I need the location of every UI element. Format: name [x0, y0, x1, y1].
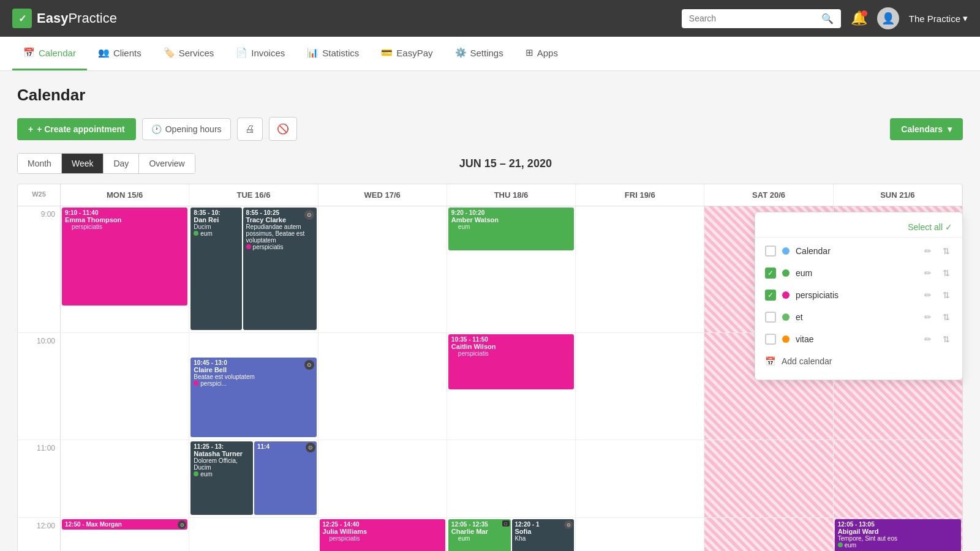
- wed-cell-10[interactable]: [318, 333, 447, 440]
- nav-invoices[interactable]: 📄 Invoices: [225, 37, 296, 70]
- view-overview-button[interactable]: Overview: [139, 154, 194, 173]
- add-calendar-label: Add calendar: [782, 356, 832, 366]
- appt-tracy-clarke[interactable]: ⊙ 8:55 - 10:25 Tracy Clarke Repudiandae …: [243, 208, 317, 330]
- time-row-11: 11:00 11:25 - 13: Natasha Turner Dolorem…: [18, 440, 962, 518]
- cal-dot-perspiciatis: [782, 291, 790, 299]
- mon-cell-9[interactable]: 9:10 - 11:40 Emma Thompson perspiciatis: [61, 206, 189, 332]
- calendars-button[interactable]: Calendars ▾: [890, 118, 963, 140]
- sat-header[interactable]: SAT 20/6: [704, 184, 833, 206]
- wed-cell-11[interactable]: [318, 440, 447, 517]
- cal-checkbox-calendar[interactable]: [765, 246, 776, 257]
- logo[interactable]: ✓ EasyPractice: [12, 9, 117, 28]
- nav-apps[interactable]: ⊞ Apps: [514, 37, 569, 70]
- cal-reorder-eum[interactable]: ⇅: [940, 267, 952, 279]
- cal-reorder-vitae[interactable]: ⇅: [940, 333, 952, 345]
- thu-cell-11[interactable]: [447, 440, 576, 517]
- page-title: Calendar: [17, 86, 963, 105]
- tue-cell-12[interactable]: [189, 518, 318, 551]
- add-calendar-row[interactable]: 📅 Add calendar: [755, 350, 962, 372]
- appt-amber-watson[interactable]: 9:20 - 10:20 Amber Watson eum: [448, 208, 574, 250]
- appt-dan-rei[interactable]: 8:35 - 10: Dan Rei Ducim eum: [190, 208, 241, 330]
- cal-edit-calendar[interactable]: ✏: [922, 245, 934, 257]
- sun-header[interactable]: SUN 21/6: [834, 184, 962, 206]
- search-bar[interactable]: 🔍: [682, 9, 841, 28]
- week-header: W25: [18, 184, 61, 206]
- appt-tue-11b[interactable]: ⊙ 11:4: [254, 441, 317, 515]
- mon-cell-10[interactable]: [61, 333, 189, 440]
- appt-charlie-martin[interactable]: □ 12:05 - 12:35 Charlie Mar eum: [448, 519, 511, 551]
- page-content: Calendar + + Create appointment 🕐 Openin…: [0, 71, 980, 551]
- sat-cell-11[interactable]: [704, 440, 833, 517]
- sat-cell-12[interactable]: [704, 518, 833, 551]
- view-day-button[interactable]: Day: [104, 154, 139, 173]
- appt-caitlin-wilson[interactable]: 10:35 - 11:50 Caitlin Wilson perspiciati…: [448, 334, 574, 389]
- cal-checkbox-eum[interactable]: ✓: [765, 268, 776, 279]
- appt-julia-williams[interactable]: 12:25 - 14:40 Julia Williams perspiciati…: [320, 519, 445, 551]
- cal-edit-et[interactable]: ✏: [922, 311, 934, 323]
- sun-cell-11[interactable]: [834, 440, 962, 517]
- mon-cell-11[interactable]: [61, 440, 189, 517]
- create-appointment-button[interactable]: + + Create appointment: [17, 118, 136, 140]
- fri-cell-10[interactable]: [576, 333, 704, 440]
- notifications-button[interactable]: 🔔: [851, 10, 867, 26]
- appt-service: perspiciatis: [65, 223, 184, 230]
- thu-header[interactable]: THU 18/6: [447, 184, 576, 206]
- cal-dot-vitae: [782, 335, 790, 343]
- wed-cell-9[interactable]: [318, 206, 447, 332]
- appt-abigail-ward[interactable]: 12:05 - 13:05 Abigail Ward Tempore, Sint…: [835, 519, 961, 551]
- thu-cell-10[interactable]: 10:35 - 11:50 Caitlin Wilson perspiciati…: [447, 333, 576, 440]
- cal-edit-eum[interactable]: ✏: [922, 267, 934, 279]
- cal-label-perspiciatis: perspiciatis: [796, 290, 916, 300]
- nav-easypay[interactable]: 💳 EasyPay: [370, 37, 443, 70]
- nav-services[interactable]: 🏷️ Services: [153, 37, 225, 70]
- view-row: Month Week Day Overview JUN 15 – 21, 202…: [17, 153, 963, 174]
- tue-cell-11[interactable]: 11:25 - 13: Natasha Turner Dolorem Offic…: [189, 440, 318, 517]
- fri-cell-9[interactable]: [576, 206, 704, 332]
- nav-statistics[interactable]: 📊 Statistics: [296, 37, 370, 70]
- calendar-row-calendar[interactable]: Calendar ✏ ⇅: [755, 240, 962, 262]
- fri-header[interactable]: FRI 19/6: [576, 184, 704, 206]
- practice-menu-button[interactable]: The Practice ▾: [909, 13, 968, 24]
- search-input[interactable]: [689, 13, 816, 23]
- cal-checkbox-et[interactable]: [765, 312, 776, 323]
- nav-calendar[interactable]: 📅 Calendar: [12, 37, 87, 70]
- cal-edit-perspiciatis[interactable]: ✏: [922, 289, 934, 301]
- appt-claire-bell[interactable]: ⊙ 10:45 - 13:0 Claire Bell Beatae est vo…: [190, 358, 316, 437]
- wed-header[interactable]: WED 17/6: [318, 184, 447, 206]
- nav-settings[interactable]: ⚙️ Settings: [444, 37, 514, 70]
- nav-clients[interactable]: 👥 Clients: [87, 37, 153, 70]
- fri-cell-12[interactable]: [576, 518, 704, 551]
- nav-apps-label: Apps: [537, 48, 558, 58]
- search-icon: 🔍: [821, 13, 834, 24]
- appt-sofia-khan[interactable]: ⊙ 12:20 - 1 Sofia Kha: [512, 519, 575, 551]
- sun-cell-12[interactable]: 12:05 - 13:05 Abigail Ward Tempore, Sint…: [834, 518, 962, 551]
- cal-reorder-et[interactable]: ⇅: [940, 311, 952, 323]
- appt-natasha-turner[interactable]: 11:25 - 13: Natasha Turner Dolorem Offic…: [190, 441, 253, 515]
- calendar-row-et[interactable]: et ✏ ⇅: [755, 306, 962, 328]
- mon-cell-12[interactable]: 12:50 - Max Morgan ⊙: [61, 518, 189, 551]
- calendar-row-perspiciatis[interactable]: ✓ perspiciatis ✏ ⇅: [755, 284, 962, 306]
- opening-hours-button[interactable]: 🕐 Opening hours: [142, 118, 231, 140]
- fri-cell-11[interactable]: [576, 440, 704, 517]
- appt-emma-thompson[interactable]: 9:10 - 11:40 Emma Thompson perspiciatis: [62, 208, 187, 305]
- hide-button[interactable]: 🚫: [269, 117, 297, 141]
- view-week-button[interactable]: Week: [62, 154, 104, 173]
- print-button[interactable]: 🖨: [237, 118, 263, 141]
- mon-header[interactable]: MON 15/6: [61, 184, 189, 206]
- calendar-row-eum[interactable]: ✓ eum ✏ ⇅: [755, 262, 962, 284]
- view-month-button[interactable]: Month: [18, 154, 62, 173]
- select-all-button[interactable]: Select all ✓: [908, 222, 952, 232]
- tue-cell-9[interactable]: 8:35 - 10: Dan Rei Ducim eum ⊙ 8:55 - 10…: [189, 206, 318, 332]
- cal-checkbox-perspiciatis[interactable]: ✓: [765, 290, 776, 301]
- cal-checkbox-vitae[interactable]: [765, 334, 776, 345]
- thu-cell-9[interactable]: 9:20 - 10:20 Amber Watson eum: [447, 206, 576, 332]
- calendar-row-vitae[interactable]: vitae ✏ ⇅: [755, 328, 962, 350]
- tue-cell-10[interactable]: ⊙ 10:45 - 13:0 Claire Bell Beatae est vo…: [189, 333, 318, 440]
- tue-header[interactable]: TUE 16/6: [189, 184, 318, 206]
- cal-edit-vitae[interactable]: ✏: [922, 333, 934, 345]
- thu-cell-12[interactable]: □ 12:05 - 12:35 Charlie Mar eum ⊙ 12:20 …: [447, 518, 576, 551]
- wed-cell-12[interactable]: 12:25 - 14:40 Julia Williams perspiciati…: [318, 518, 447, 551]
- cal-reorder-calendar[interactable]: ⇅: [940, 245, 952, 257]
- appt-max-morgan[interactable]: 12:50 - Max Morgan ⊙: [62, 519, 187, 530]
- cal-reorder-perspiciatis[interactable]: ⇅: [940, 289, 952, 301]
